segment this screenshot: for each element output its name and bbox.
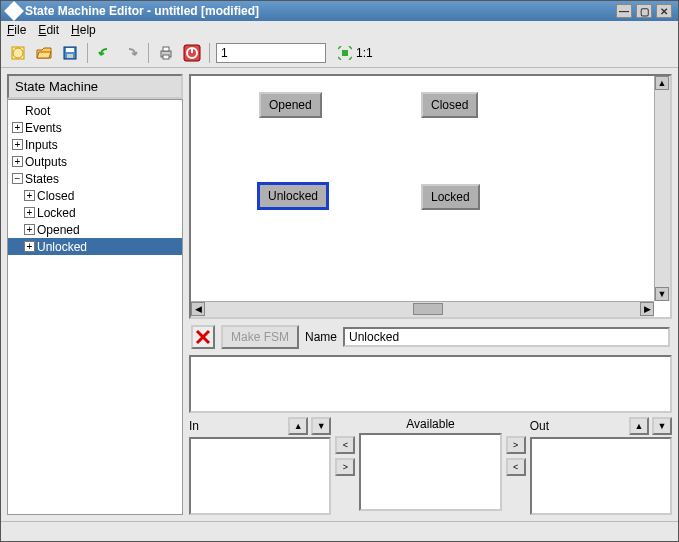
in-up-button[interactable]: ▲: [288, 417, 308, 435]
window-title: State Machine Editor - untitled [modifie…: [25, 4, 612, 18]
separator: [209, 43, 210, 63]
state-unlocked[interactable]: Unlocked: [257, 182, 329, 210]
menu-edit[interactable]: Edit: [38, 23, 59, 37]
state-opened[interactable]: Opened: [259, 92, 322, 118]
app-icon: [4, 1, 24, 21]
menu-file[interactable]: File: [7, 23, 26, 37]
io-row: In ▲ ▼ < > Available >: [189, 417, 672, 515]
in-down-button[interactable]: ▼: [311, 417, 331, 435]
scroll-left-icon[interactable]: ◀: [191, 302, 205, 316]
tree-state-opened[interactable]: +Opened: [8, 221, 182, 238]
move-from-out-button[interactable]: <: [506, 458, 526, 476]
delete-button[interactable]: [191, 325, 215, 349]
svg-rect-7: [163, 55, 169, 59]
maximize-button[interactable]: ▢: [636, 4, 652, 18]
out-column: Out ▲ ▼: [530, 417, 672, 515]
fit-icon: [338, 46, 352, 60]
page-input[interactable]: [216, 43, 326, 63]
content-area: State Machine Root +Events +Inputs +Outp…: [1, 68, 678, 521]
minimize-button[interactable]: —: [616, 4, 632, 18]
in-label: In: [189, 419, 285, 433]
in-column: In ▲ ▼: [189, 417, 331, 515]
name-label: Name: [305, 330, 337, 344]
properties-row: Make FSM Name: [189, 323, 672, 351]
out-label: Out: [530, 419, 626, 433]
available-column: Available: [359, 417, 501, 515]
svg-rect-4: [67, 54, 73, 58]
vertical-scrollbar[interactable]: ▲ ▼: [654, 76, 670, 301]
app-window: State Machine Editor - untitled [modifie…: [0, 0, 679, 542]
tree-root[interactable]: Root: [8, 102, 182, 119]
open-button[interactable]: [33, 42, 55, 64]
svg-rect-6: [163, 47, 169, 51]
in-arrows: < >: [335, 417, 355, 515]
svg-rect-11: [342, 50, 348, 56]
state-closed[interactable]: Closed: [421, 92, 478, 118]
menubar: File Edit Help: [1, 21, 678, 39]
statusbar: [1, 521, 678, 541]
out-up-button[interactable]: ▲: [629, 417, 649, 435]
save-button[interactable]: [59, 42, 81, 64]
horizontal-scrollbar[interactable]: ◀ ▶: [191, 301, 654, 317]
description-area[interactable]: [189, 355, 672, 413]
tree-header: State Machine: [7, 74, 183, 99]
name-input[interactable]: [343, 327, 670, 347]
scroll-thumb[interactable]: [413, 303, 443, 315]
tree-body[interactable]: Root +Events +Inputs +Outputs −States +C…: [7, 99, 183, 515]
tree-panel: State Machine Root +Events +Inputs +Outp…: [7, 74, 183, 515]
tree-state-unlocked[interactable]: +Unlocked: [8, 238, 182, 255]
print-button[interactable]: [155, 42, 177, 64]
titlebar: State Machine Editor - untitled [modifie…: [1, 1, 678, 21]
move-to-out-button[interactable]: >: [506, 436, 526, 454]
stop-button[interactable]: [181, 42, 203, 64]
scroll-up-icon[interactable]: ▲: [655, 76, 669, 90]
scroll-right-icon[interactable]: ▶: [640, 302, 654, 316]
in-list[interactable]: [189, 437, 331, 515]
out-down-button[interactable]: ▼: [652, 417, 672, 435]
tree-events[interactable]: +Events: [8, 119, 182, 136]
toolbar: 1:1: [1, 39, 678, 68]
redo-button[interactable]: [120, 42, 142, 64]
right-panel: Opened Closed Unlocked Locked ▲ ▼ ◀ ▶: [189, 74, 672, 515]
new-button[interactable]: [7, 42, 29, 64]
move-from-in-button[interactable]: >: [335, 458, 355, 476]
undo-button[interactable]: [94, 42, 116, 64]
move-to-in-button[interactable]: <: [335, 436, 355, 454]
make-fsm-button[interactable]: Make FSM: [221, 325, 299, 349]
svg-rect-3: [66, 48, 74, 52]
zoom-ratio: 1:1: [338, 46, 373, 60]
canvas[interactable]: Opened Closed Unlocked Locked ▲ ▼ ◀ ▶: [189, 74, 672, 319]
tree-inputs[interactable]: +Inputs: [8, 136, 182, 153]
close-icon: [195, 329, 211, 345]
separator: [87, 43, 88, 63]
tree-outputs[interactable]: +Outputs: [8, 153, 182, 170]
available-list[interactable]: [359, 433, 501, 511]
tree-state-locked[interactable]: +Locked: [8, 204, 182, 221]
out-list[interactable]: [530, 437, 672, 515]
close-window-button[interactable]: ✕: [656, 4, 672, 18]
menu-help[interactable]: Help: [71, 23, 96, 37]
scroll-down-icon[interactable]: ▼: [655, 287, 669, 301]
state-locked[interactable]: Locked: [421, 184, 480, 210]
separator: [148, 43, 149, 63]
tree-states[interactable]: −States: [8, 170, 182, 187]
available-label: Available: [359, 417, 501, 431]
out-arrows: > <: [506, 417, 526, 515]
tree-state-closed[interactable]: +Closed: [8, 187, 182, 204]
svg-rect-0: [12, 47, 24, 59]
